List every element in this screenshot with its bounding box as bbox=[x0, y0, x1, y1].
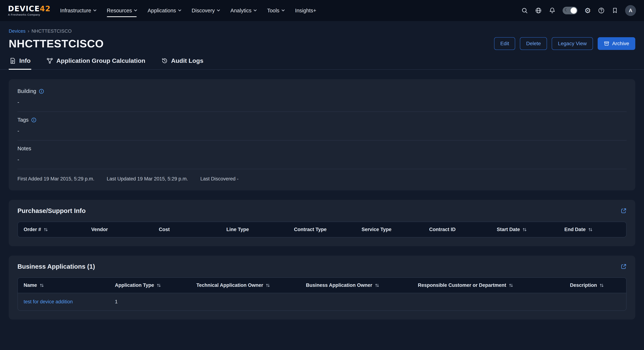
business-applications-card: Business Applications (1) NameApplicatio… bbox=[9, 256, 635, 320]
column-label: Description bbox=[570, 283, 597, 288]
column-label: Contract ID bbox=[429, 227, 456, 232]
nav-item-discovery[interactable]: Discovery bbox=[192, 0, 220, 21]
bookmark-icon[interactable] bbox=[612, 7, 618, 14]
business-applications-table: NameApplication TypeTechnical Applicatio… bbox=[18, 277, 626, 311]
column-header-description[interactable]: Description bbox=[564, 278, 626, 293]
notifications-bell-icon[interactable] bbox=[549, 7, 556, 14]
logo-accent: 42 bbox=[40, 4, 51, 13]
page-head: Devices › NHCTTESTCISCO NHCTTESTCISCO Ed… bbox=[0, 21, 644, 50]
chevron-down-icon bbox=[282, 8, 284, 11]
field-building: Building- bbox=[18, 86, 626, 112]
theme-toggle[interactable]: ☾ bbox=[562, 7, 578, 14]
action-buttons: EditDeleteLegacy ViewArchive bbox=[494, 37, 635, 50]
external-link-icon[interactable] bbox=[621, 208, 626, 214]
column-header-cost: Cost bbox=[153, 222, 220, 237]
field-value: - bbox=[18, 128, 626, 134]
archive-icon bbox=[604, 41, 609, 46]
field-label: Building bbox=[18, 88, 36, 94]
table-row: test for device addition1 bbox=[18, 293, 626, 311]
logo-tagline: A Freshworks Company bbox=[8, 13, 51, 16]
column-header-name[interactable]: Name bbox=[18, 278, 109, 293]
column-header-business-application-owner[interactable]: Business Application Owner bbox=[300, 278, 412, 293]
column-label: Business Application Owner bbox=[306, 283, 372, 288]
column-header-start-date[interactable]: Start Date bbox=[491, 222, 558, 237]
settings-gear-icon[interactable]: ⚙ bbox=[584, 7, 591, 14]
purchase-card-title: Purchase/Support Info bbox=[18, 207, 86, 214]
column-header-line-type: Line Type bbox=[220, 222, 288, 237]
tab-info[interactable]: Info bbox=[9, 56, 31, 69]
info-icon[interactable] bbox=[39, 89, 44, 94]
toggle-knob bbox=[570, 7, 577, 13]
meta-last-updated: Last Updated 19 Mar 2015, 5:29 p.m. bbox=[107, 176, 188, 182]
column-header-responsible-customer-or-department[interactable]: Responsible Customer or Department bbox=[412, 278, 564, 293]
tab-audit-logs[interactable]: Audit Logs bbox=[161, 56, 204, 69]
column-label: Start Date bbox=[497, 227, 520, 232]
table-cell bbox=[412, 293, 564, 311]
nav-item-label: Resources bbox=[107, 8, 132, 13]
column-label: Line Type bbox=[226, 227, 249, 232]
tab-label: Info bbox=[19, 57, 30, 64]
sort-icon bbox=[588, 228, 592, 232]
info-card: Building-Tags-Notes- First Added 19 Mar … bbox=[9, 79, 635, 190]
column-label: Technical Application Owner bbox=[196, 283, 263, 288]
archive-button[interactable]: Archive bbox=[598, 37, 635, 50]
column-label: Application Type bbox=[115, 283, 154, 288]
column-header-contract-id: Contract ID bbox=[424, 222, 491, 237]
search-icon[interactable] bbox=[521, 7, 528, 14]
field-label: Tags bbox=[18, 117, 28, 123]
column-header-vendor: Vendor bbox=[86, 222, 153, 237]
column-label: Contract Type bbox=[294, 227, 327, 232]
nav-item-label: Insights+ bbox=[295, 8, 316, 13]
table-cell bbox=[300, 293, 412, 311]
table-cell: test for device addition bbox=[18, 293, 109, 311]
history-icon bbox=[161, 57, 168, 64]
user-avatar[interactable]: A bbox=[625, 5, 636, 16]
device42-logo[interactable]: DEVICE42 A Freshworks Company bbox=[8, 5, 51, 16]
sort-icon bbox=[44, 228, 48, 232]
nav-item-tools[interactable]: Tools bbox=[267, 0, 284, 21]
moon-icon: ☾ bbox=[564, 7, 568, 12]
column-label: Vendor bbox=[91, 227, 108, 232]
nav-item-insights+[interactable]: Insights+ bbox=[295, 0, 316, 21]
column-header-contract-type: Contract Type bbox=[288, 222, 356, 237]
column-label: Service Type bbox=[362, 227, 392, 232]
meta-last-discovered: Last Discovered - bbox=[200, 176, 238, 182]
page-content: Devices › NHCTTESTCISCO NHCTTESTCISCO Ed… bbox=[0, 21, 644, 320]
top-navbar: DEVICE42 A Freshworks Company Infrastruc… bbox=[0, 0, 644, 21]
chevron-down-icon bbox=[217, 8, 220, 11]
breadcrumb-current: NHCTTESTCISCO bbox=[32, 28, 72, 34]
column-header-end-date[interactable]: End Date bbox=[558, 222, 626, 237]
record-meta-row: First Added 19 Mar 2015, 5:29 p.m.Last U… bbox=[18, 169, 626, 182]
globe-icon[interactable] bbox=[535, 7, 542, 14]
external-link-icon[interactable] bbox=[621, 264, 626, 269]
delete-button[interactable]: Delete bbox=[520, 37, 547, 50]
chevron-down-icon bbox=[134, 8, 137, 11]
calculation-icon bbox=[46, 57, 53, 64]
field-value: - bbox=[18, 157, 626, 163]
nav-item-label: Applications bbox=[148, 8, 176, 13]
column-header-service-type: Service Type bbox=[356, 222, 424, 237]
nav-item-applications[interactable]: Applications bbox=[148, 0, 181, 21]
column-header-application-type[interactable]: Application Type bbox=[109, 278, 190, 293]
edit-button[interactable]: Edit bbox=[494, 37, 515, 50]
nav-item-analytics[interactable]: Analytics bbox=[230, 0, 256, 21]
sort-icon bbox=[266, 283, 270, 288]
help-icon[interactable] bbox=[598, 7, 605, 14]
tab-application-group-calculation[interactable]: Application Group Calculation bbox=[46, 56, 146, 69]
table-header-row: Order #VendorCostLine TypeContract TypeS… bbox=[18, 222, 626, 237]
field-label: Notes bbox=[18, 146, 31, 152]
field-notes: Notes- bbox=[18, 140, 626, 169]
nav-menu: InfrastructureResourcesApplicationsDisco… bbox=[60, 0, 316, 21]
nav-item-infrastructure[interactable]: Infrastructure bbox=[60, 0, 96, 21]
row-link[interactable]: test for device addition bbox=[24, 299, 73, 305]
column-header-technical-application-owner[interactable]: Technical Application Owner bbox=[190, 278, 300, 293]
nav-item-resources[interactable]: Resources bbox=[107, 0, 137, 21]
column-header-order[interactable]: Order # bbox=[18, 222, 86, 237]
column-label: End Date bbox=[564, 227, 586, 232]
legacy-view-button[interactable]: Legacy View bbox=[552, 37, 593, 50]
breadcrumb-devices-link[interactable]: Devices bbox=[9, 28, 26, 34]
sort-icon bbox=[375, 283, 379, 288]
info-icon[interactable] bbox=[31, 117, 36, 123]
field-value: - bbox=[18, 99, 626, 105]
column-label: Cost bbox=[159, 227, 170, 232]
